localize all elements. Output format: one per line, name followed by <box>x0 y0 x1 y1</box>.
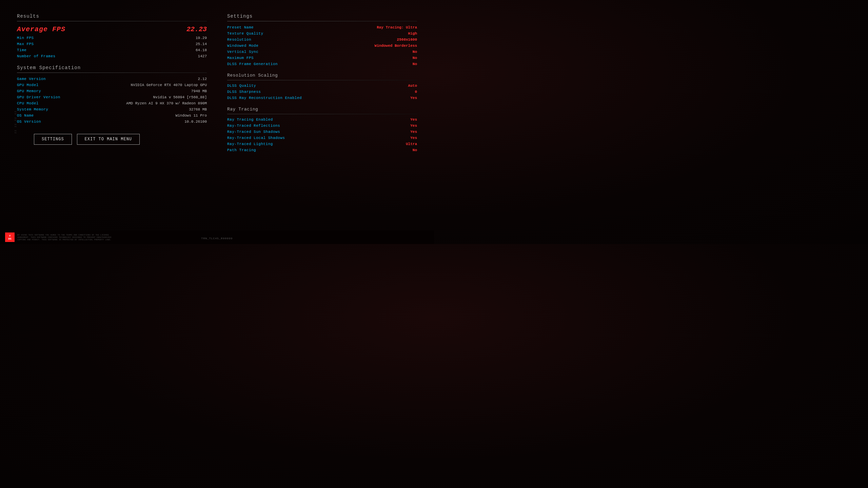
system-memory-label: System Memory <box>17 107 48 111</box>
cpu-model-value: AMD Ryzen AI 9 HX 370 w/ Radeon 890M <box>126 101 207 105</box>
min-fps-label: Min FPS <box>17 36 34 40</box>
system-spec-divider <box>17 73 207 73</box>
ray-tracing-section: Ray Tracing Ray Tracing Enabled Yes Ray-… <box>227 107 417 152</box>
vsync-row: Vertical Sync No <box>227 50 417 54</box>
settings-button[interactable]: Settings <box>34 134 72 145</box>
frames-label: Number of Frames <box>17 54 56 58</box>
system-spec-section: System Specification Game Version 2.12 G… <box>17 65 207 124</box>
dlss-sharpness-value: 0 <box>415 90 417 94</box>
resolution-scaling-section: Resolution Scaling DLSS Quality Auto DLS… <box>227 73 417 100</box>
ray-traced-lighting-value: Ultra <box>406 142 417 146</box>
max-fps-row: Maximum FPS No <box>227 56 417 60</box>
os-name-row: OS Name Windows 11 Pro <box>17 114 207 118</box>
max-fps-label: Maximum FPS <box>227 56 254 60</box>
dlss-ray-reconstruction-value: Yes <box>410 96 417 100</box>
max-fps-row: Max FPS 25.14 <box>17 42 207 46</box>
resolution-value: 2560x1600 <box>397 38 417 42</box>
main-container: Results Average FPS 22.23 Min FPS 19.29 … <box>0 0 434 244</box>
time-value: 64.18 <box>196 48 207 52</box>
resolution-scaling-title: Resolution Scaling <box>227 73 417 78</box>
os-version-label: OS Version <box>17 120 41 124</box>
texture-quality-value: High <box>408 32 417 36</box>
settings-title: Settings <box>227 14 417 19</box>
os-name-value: Windows 11 Pro <box>176 114 207 118</box>
dlss-frame-gen-row: DLSS Frame Generation No <box>227 62 417 66</box>
dlss-sharpness-label: DLSS Sharpness <box>227 90 261 94</box>
max-fps-label: Max FPS <box>17 42 34 46</box>
preset-name-row: Preset Name Ray Tracing: Ultra <box>227 25 417 29</box>
gpu-model-value: NVIDIA GeForce RTX 4070 Laptop GPU <box>131 83 207 87</box>
settings-section: Settings Preset Name Ray Tracing: Ultra … <box>227 14 417 66</box>
average-fps-value: 22.23 <box>186 25 207 33</box>
max-fps-value: 25.14 <box>196 42 207 46</box>
ray-tracing-enabled-value: Yes <box>410 118 417 122</box>
path-tracing-label: Path Tracing <box>227 148 256 152</box>
cpu-model-row: CPU Model AMD Ryzen AI 9 HX 370 w/ Radeo… <box>17 101 207 105</box>
system-memory-row: System Memory 32768 MB <box>17 107 207 111</box>
gpu-memory-label: GPU Memory <box>17 89 41 93</box>
dlss-ray-reconstruction-label: DLSS Ray Reconstruction Enabled <box>227 96 302 100</box>
resolution-scaling-divider <box>227 80 417 80</box>
path-tracing-value: No <box>413 148 417 152</box>
windowed-mode-label: Windowed Mode <box>227 44 258 48</box>
left-panel: Results Average FPS 22.23 Min FPS 19.29 … <box>17 7 217 237</box>
vsync-label: Vertical Sync <box>227 50 258 54</box>
ray-tracing-enabled-label: Ray Tracing Enabled <box>227 118 273 122</box>
gpu-memory-value: 7948 MB <box>191 89 207 93</box>
gpu-driver-value: Nvidia v 56094 [r560_88] <box>153 95 207 99</box>
average-fps-row: Average FPS 22.23 <box>17 25 207 33</box>
game-version-value: 2.12 <box>198 77 207 81</box>
game-version-row: Game Version 2.12 <box>17 77 207 81</box>
windowed-mode-value: Windowed Borderless <box>375 44 417 48</box>
system-spec-title: System Specification <box>17 65 207 70</box>
dlss-quality-row: DLSS Quality Auto <box>227 84 417 88</box>
gpu-driver-label: GPU Driver Version <box>17 95 60 99</box>
version-badge: V 85 <box>5 232 15 242</box>
vsync-value: No <box>413 50 417 54</box>
cpu-model-label: CPU Model <box>17 101 39 105</box>
preset-name-value: Ray Tracing: Ultra <box>377 25 417 29</box>
gpu-memory-row: GPU Memory 7948 MB <box>17 89 207 93</box>
dlss-ray-reconstruction-row: DLSS Ray Reconstruction Enabled Yes <box>227 96 417 100</box>
dlss-frame-gen-label: DLSS Frame Generation <box>227 62 278 66</box>
results-title: Results <box>17 14 207 19</box>
ray-traced-sun-shadows-value: Yes <box>410 130 417 134</box>
ray-tracing-title: Ray Tracing <box>227 107 417 112</box>
ray-tracing-divider <box>227 114 417 114</box>
ray-traced-lighting-label: Ray-Traced Lighting <box>227 142 273 146</box>
dlss-quality-label: DLSS Quality <box>227 84 256 88</box>
dlss-quality-value: Auto <box>408 84 417 88</box>
ray-traced-sun-shadows-label: Ray-Traced Sun Shadows <box>227 130 280 134</box>
ray-traced-sun-shadows-row: Ray-Traced Sun Shadows Yes <box>227 130 417 134</box>
os-name-label: OS Name <box>17 114 34 118</box>
results-divider <box>17 21 207 21</box>
max-fps-value: No <box>413 56 417 60</box>
ray-traced-local-shadows-row: Ray-Traced Local Shadows Yes <box>227 136 417 140</box>
ray-traced-local-shadows-value: Yes <box>410 136 417 140</box>
preset-name-label: Preset Name <box>227 25 254 29</box>
time-label: Time <box>17 48 26 52</box>
buttons-row: Settings Exit to Main Menu <box>34 134 207 145</box>
settings-divider <box>227 21 417 21</box>
windowed-mode-row: Windowed Mode Windowed Borderless <box>227 44 417 48</box>
min-fps-value: 19.29 <box>196 36 207 40</box>
frames-value: 1427 <box>198 54 207 58</box>
ray-traced-reflections-value: Yes <box>410 124 417 128</box>
os-version-value: 10.0.26100 <box>184 120 207 124</box>
ray-tracing-enabled-row: Ray Tracing Enabled Yes <box>227 118 417 122</box>
frames-row: Number of Frames 1427 <box>17 54 207 58</box>
version-v: V <box>9 235 11 237</box>
ray-traced-local-shadows-label: Ray-Traced Local Shadows <box>227 136 285 140</box>
gpu-model-label: GPU Model <box>17 83 39 87</box>
game-version-label: Game Version <box>17 77 46 81</box>
system-memory-value: 32768 MB <box>189 107 207 111</box>
ray-traced-reflections-label: Ray-Traced Reflections <box>227 124 280 128</box>
gpu-model-row: GPU Model NVIDIA GeForce RTX 4070 Laptop… <box>17 83 207 87</box>
texture-quality-row: Texture Quality High <box>227 32 417 36</box>
exit-to-main-menu-button[interactable]: Exit to Main Menu <box>77 134 140 145</box>
ray-traced-lighting-row: Ray-Traced Lighting Ultra <box>227 142 417 146</box>
path-tracing-row: Path Tracing No <box>227 148 417 152</box>
results-section: Results Average FPS 22.23 Min FPS 19.29 … <box>17 14 207 58</box>
right-panel: Settings Preset Name Ray Tracing: Ultra … <box>217 7 417 237</box>
average-fps-label: Average FPS <box>17 25 65 33</box>
